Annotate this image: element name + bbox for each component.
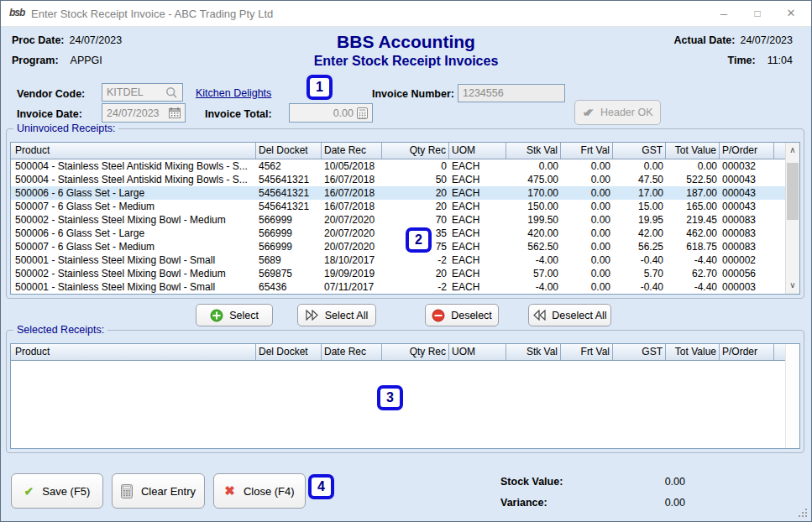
- actual-date-label: Actual Date:: [674, 34, 736, 46]
- column-header-stk_val[interactable]: Stk Val: [506, 143, 561, 159]
- close-button[interactable]: ✖ Close (F4): [213, 473, 306, 509]
- table-row[interactable]: 500007 - 6 Glass Set - Medium54564132116…: [11, 200, 799, 213]
- annotation-2: 2: [406, 227, 432, 253]
- cell-qty_rec: 20: [382, 186, 449, 200]
- close-icon[interactable]: ✕: [774, 1, 808, 27]
- cell-product: 500006 - 6 Glass Set - Large: [11, 227, 256, 240]
- calendar-icon[interactable]: [169, 107, 181, 118]
- column-header-p_order[interactable]: P/Order: [720, 344, 774, 360]
- column-header-product[interactable]: Product: [11, 143, 256, 159]
- annotation-1: 1: [306, 75, 333, 100]
- column-header-frt_val[interactable]: Frt Val: [561, 143, 613, 159]
- deselect-all-button[interactable]: Deselect All: [528, 304, 611, 326]
- uninvoiced-receipts-legend: Uninvoiced Receipts:: [13, 123, 118, 134]
- vertical-scrollbar-empty[interactable]: [785, 344, 799, 448]
- vendor-code-field[interactable]: KITDEL: [102, 83, 183, 102]
- time-label: Time:: [728, 55, 756, 66]
- vendor-name-link[interactable]: Kitchen Delights: [196, 87, 271, 99]
- scroll-up-icon[interactable]: ∧: [786, 144, 799, 158]
- cell-product: 500004 - Stainless Steel Antiskid Mixing…: [11, 159, 256, 173]
- column-header-uom[interactable]: UOM: [449, 344, 506, 360]
- invoice-total-field[interactable]: 0.00: [289, 103, 373, 123]
- actual-date: Actual Date:24/07/2023: [674, 34, 794, 46]
- table-row[interactable]: 500006 - 6 Glass Set - Large54564132116/…: [11, 186, 799, 200]
- cell-product: 500007 - 6 Glass Set - Medium: [11, 200, 256, 213]
- cell-uom: EACH: [449, 267, 506, 280]
- cell-tot_value: 522.50: [666, 173, 720, 186]
- scroll-down-icon[interactable]: ∨: [786, 279, 799, 293]
- column-header-qty_rec[interactable]: Qty Rec: [382, 143, 449, 159]
- cell-p_order: 000002: [720, 253, 774, 267]
- column-header-p_order[interactable]: P/Order: [720, 143, 774, 159]
- invoice-date-label: Invoice Date:: [17, 108, 82, 120]
- cell-tot_value: 219.45: [666, 213, 720, 227]
- cell-del_docket: 545641321: [256, 200, 322, 213]
- cell-date_rec: 10/05/2018: [322, 159, 382, 173]
- scrollbar-thumb[interactable]: [787, 163, 799, 220]
- deselect-button[interactable]: Deselect: [425, 304, 499, 326]
- column-header-gst[interactable]: GST: [613, 143, 666, 159]
- minimize-icon[interactable]: –: [707, 1, 741, 27]
- deselect-all-label: Deselect All: [552, 310, 606, 321]
- column-header-tot_value[interactable]: Tot Value: [666, 344, 720, 360]
- column-header-qty_rec[interactable]: Qty Rec: [382, 344, 449, 360]
- deselect-label: Deselect: [451, 310, 492, 321]
- cell-qty_rec: -2: [382, 280, 449, 294]
- invoice-number-field[interactable]: 1234556: [458, 84, 565, 102]
- column-header-del_docket[interactable]: Del Docket: [256, 143, 322, 159]
- column-header-uom[interactable]: UOM: [449, 143, 506, 159]
- cell-product: 500007 - 6 Glass Set - Medium: [11, 240, 256, 253]
- clear-entry-button[interactable]: Clear Entry: [112, 473, 205, 509]
- table-row[interactable]: 500001 - Stainless Steel Mixing Bowl - S…: [11, 253, 799, 267]
- actual-date-value: 24/07/2023: [740, 34, 793, 46]
- table-row[interactable]: 500002 - Stainless Steel Mixing Bowl - M…: [11, 213, 799, 227]
- cell-qty_rec: 50: [382, 173, 449, 186]
- cell-gst: -0.40: [613, 253, 666, 267]
- app-window: bsb Enter Stock Receipt Invoice - ABC Tr…: [0, 0, 812, 522]
- select-button[interactable]: Select: [196, 304, 273, 326]
- column-header-date_rec[interactable]: Date Rec: [322, 143, 382, 159]
- column-header-stk_val[interactable]: Stk Val: [506, 344, 561, 360]
- vendor-code-value: KITDEL: [107, 86, 144, 98]
- column-header-del_docket[interactable]: Del Docket: [256, 344, 322, 360]
- invoice-date-field[interactable]: 24/07/2023: [102, 103, 186, 123]
- table-row[interactable]: 500004 - Stainless Steel Antiskid Mixing…: [11, 159, 799, 173]
- cell-date_rec: 07/11/2017: [322, 280, 382, 294]
- header-ok-button[interactable]: ✔✔ Header OK: [574, 100, 661, 125]
- save-button[interactable]: ✔ Save (F5): [11, 473, 103, 509]
- column-header-filler: [774, 344, 785, 360]
- cell-qty_rec: 70: [382, 213, 449, 227]
- vertical-scrollbar[interactable]: ∧ ∨: [785, 143, 799, 294]
- column-header-product[interactable]: Product: [11, 344, 256, 360]
- cell-qty_rec: 20: [382, 267, 449, 280]
- cell-date_rec: 18/10/2017: [322, 253, 382, 267]
- stock-value: 0.00: [589, 476, 685, 488]
- search-icon[interactable]: [165, 86, 178, 99]
- stock-value-label: Stock Value:: [500, 476, 563, 488]
- column-header-tot_value[interactable]: Tot Value: [666, 143, 720, 159]
- cell-date_rec: 19/09/2019: [322, 267, 382, 280]
- cell-del_docket: 566999: [256, 213, 322, 227]
- cell-qty_rec: -2: [382, 253, 449, 267]
- column-header-frt_val[interactable]: Frt Val: [561, 344, 613, 360]
- cell-gst: 17.00: [613, 186, 666, 200]
- invoice-date-value: 24/07/2023: [107, 107, 160, 119]
- resize-grip[interactable]: [799, 509, 807, 517]
- cell-p_order: 000043: [720, 200, 774, 213]
- cell-date_rec: 20/07/2020: [322, 213, 382, 227]
- calculator-icon[interactable]: [357, 107, 368, 119]
- maximize-icon[interactable]: □: [741, 1, 774, 27]
- selected-receipts-legend: Selected Receipts:: [13, 324, 107, 336]
- column-header-gst[interactable]: GST: [613, 344, 666, 360]
- table-row[interactable]: 500004 - Stainless Steel Antiskid Mixing…: [11, 173, 799, 186]
- annotation-4: 4: [308, 474, 334, 499]
- cell-product: 500006 - 6 Glass Set - Large: [11, 186, 256, 200]
- table-row[interactable]: 500002 - Stainless Steel Mixing Bowl - M…: [11, 267, 799, 280]
- selected-table-header: ProductDel DocketDate RecQty RecUOMStk V…: [11, 344, 785, 361]
- table-row[interactable]: 500001 - Stainless Steel Mixing Bowl - S…: [11, 280, 799, 294]
- vendor-code-label: Vendor Code:: [17, 88, 85, 100]
- close-label: Close (F4): [244, 485, 295, 498]
- column-header-date_rec[interactable]: Date Rec: [322, 344, 382, 360]
- invoice-total-label: Invoice Total:: [205, 108, 272, 120]
- select-all-button[interactable]: Select All: [297, 304, 376, 326]
